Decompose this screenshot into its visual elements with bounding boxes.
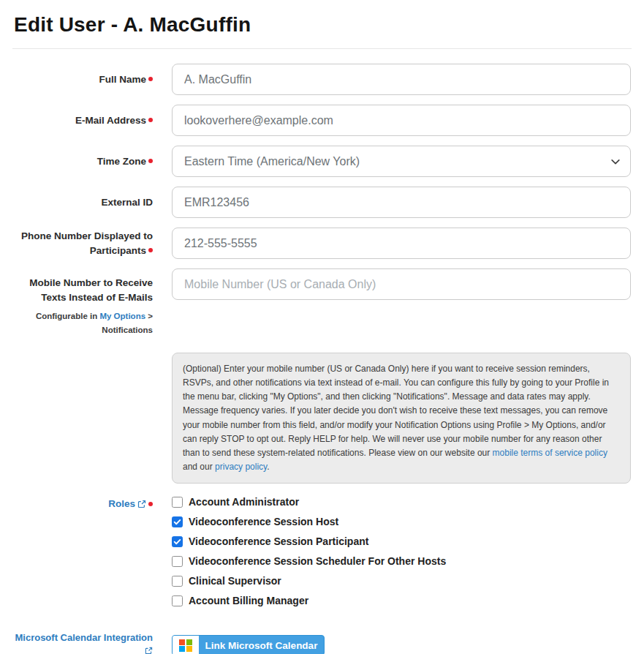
- external-link-icon: [137, 498, 146, 513]
- email-input[interactable]: [172, 105, 631, 136]
- external-id-input[interactable]: [172, 187, 631, 218]
- checkbox-icon[interactable]: [172, 595, 183, 606]
- roles-checkbox-list: Account Administrator Videoconference Se…: [172, 496, 631, 614]
- required-marker: [148, 502, 153, 506]
- checkbox-icon[interactable]: [172, 536, 183, 547]
- role-clinical-supervisor[interactable]: Clinical Supervisor: [172, 575, 631, 587]
- title-divider: [12, 48, 632, 49]
- mobile-info-row: (Optional) Enter your mobile number (US …: [12, 353, 632, 484]
- phone-row: Phone Number Displayed to Participants: [12, 228, 632, 259]
- external-link-icon: [145, 646, 153, 654]
- external-id-row: External ID: [12, 187, 632, 218]
- required-marker: [148, 248, 153, 252]
- time-zone-select[interactable]: Eastern Time (America/New York): [172, 146, 631, 177]
- microsoft-integration-link[interactable]: Microsoft Calendar Integration: [12, 632, 153, 654]
- required-marker: [148, 159, 153, 163]
- full-name-label: Full Name: [12, 72, 153, 87]
- external-id-label: External ID: [12, 195, 153, 210]
- link-microsoft-calendar-button[interactable]: Link Microsoft Calendar: [172, 635, 325, 654]
- mobile-config-note: Configurable in My Options > Notificatio…: [12, 309, 153, 337]
- phone-label: Phone Number Displayed to Participants: [12, 229, 153, 258]
- role-account-billing-manager[interactable]: Account Billing Manager: [172, 595, 631, 606]
- page-title: Edit User - A. MacGuffin: [14, 13, 632, 37]
- checkbox-icon[interactable]: [172, 497, 183, 508]
- email-row: E-Mail Address: [12, 105, 632, 136]
- my-options-link[interactable]: My Options: [99, 312, 145, 320]
- checkbox-icon[interactable]: [172, 516, 183, 527]
- mobile-row: Mobile Number to Receive Texts Instead o…: [12, 268, 632, 337]
- microsoft-logo-icon: [173, 636, 199, 654]
- edit-user-page: Edit User - A. MacGuffin Full Name E-Mai…: [0, 0, 644, 654]
- mobile-label: Mobile Number to Receive Texts Instead o…: [12, 268, 153, 337]
- privacy-policy-link[interactable]: privacy policy: [215, 462, 267, 472]
- full-name-input[interactable]: [172, 64, 631, 95]
- mobile-info-box: (Optional) Enter your mobile number (US …: [172, 353, 631, 484]
- role-account-administrator[interactable]: Account Administrator: [172, 496, 631, 508]
- checkbox-icon[interactable]: [172, 556, 183, 567]
- phone-input[interactable]: [172, 228, 631, 259]
- checkbox-icon[interactable]: [172, 576, 183, 587]
- time-zone-label: Time Zone: [12, 154, 153, 169]
- role-videoconference-session-host[interactable]: Videoconference Session Host: [172, 516, 631, 527]
- required-marker: [148, 77, 153, 81]
- email-label: E-Mail Address: [12, 113, 153, 128]
- required-marker: [148, 118, 153, 122]
- roles-row: Roles Account Administrator Videoconfere…: [12, 496, 632, 614]
- mobile-number-input[interactable]: [172, 268, 631, 300]
- roles-link[interactable]: Roles: [108, 498, 135, 509]
- full-name-row: Full Name: [12, 64, 632, 95]
- time-zone-row: Time Zone Eastern Time (America/New York…: [12, 146, 632, 177]
- role-videoconference-session-participant[interactable]: Videoconference Session Participant: [172, 535, 631, 547]
- mobile-terms-link[interactable]: mobile terms of service policy: [493, 448, 607, 458]
- roles-label: Roles: [12, 496, 153, 614]
- microsoft-integration-row: Microsoft Calendar Integration Link Micr…: [12, 632, 632, 654]
- role-videoconference-session-scheduler[interactable]: Videoconference Session Scheduler For Ot…: [172, 555, 631, 567]
